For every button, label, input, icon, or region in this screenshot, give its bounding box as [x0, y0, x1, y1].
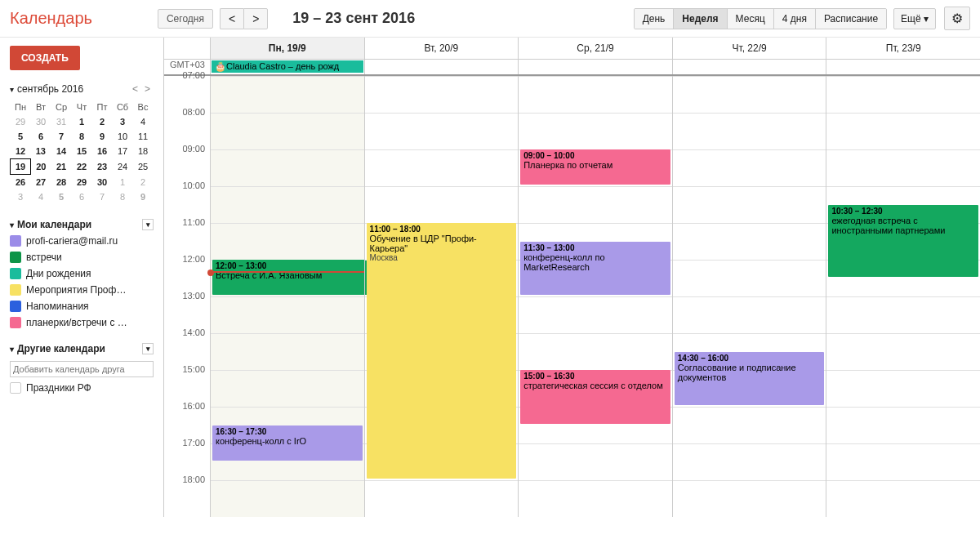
calendar-event[interactable]: 09:00 – 10:00Планерка по отчетам [520, 149, 670, 185]
view-tab-1[interactable]: Неделя [674, 9, 727, 29]
mini-cal-day[interactable]: 9 [133, 189, 154, 204]
mini-cal-day[interactable]: 4 [31, 189, 51, 204]
mini-cal-next-button[interactable]: > [141, 83, 154, 95]
today-button[interactable]: Сегодня [158, 9, 213, 29]
day-header[interactable]: Чт, 22/9 [672, 38, 826, 59]
mini-cal-day[interactable]: 25 [133, 159, 154, 175]
mini-cal-day[interactable]: 19 [11, 159, 31, 175]
mini-cal-day[interactable]: 18 [133, 144, 154, 159]
more-button[interactable]: Ещё ▾ [893, 8, 936, 29]
allday-cell[interactable]: 🎂Claudia Castro – день рожд [210, 60, 364, 74]
mini-cal-day[interactable]: 26 [11, 175, 31, 190]
mini-cal-day[interactable]: 31 [51, 114, 72, 129]
day-header[interactable]: Пн, 19/9 [210, 38, 364, 59]
day-column[interactable]: 14:30 – 16:00Согласование и подписание д… [672, 76, 826, 517]
mini-cal-month-label: сентябрь 2016 [17, 83, 129, 95]
mini-cal-dow: Пт [92, 100, 113, 114]
mini-cal-day[interactable]: 28 [51, 175, 72, 190]
mini-cal-day[interactable]: 1 [113, 175, 133, 190]
event-time: 14:30 – 16:00 [678, 354, 822, 363]
mini-cal-day[interactable]: 29 [72, 175, 92, 190]
calendar-item[interactable]: Дни рождения [10, 268, 154, 279]
mini-cal-day[interactable]: 16 [92, 144, 113, 159]
mini-cal-day[interactable]: 30 [92, 175, 113, 190]
mini-cal-day[interactable]: 12 [11, 144, 31, 159]
mini-cal-day[interactable]: 24 [113, 159, 133, 175]
mini-cal-prev-button[interactable]: < [129, 83, 141, 95]
my-cals-collapse-icon[interactable] [10, 219, 14, 230]
mini-cal-day[interactable]: 2 [92, 114, 113, 129]
settings-gear-icon[interactable]: ⚙ [944, 7, 970, 30]
mini-cal-day[interactable]: 6 [72, 189, 92, 204]
calendar-item[interactable]: Мероприятия Проф… [10, 284, 154, 296]
mini-cal-day[interactable]: 27 [31, 175, 51, 190]
calendar-color-swatch [10, 235, 21, 247]
mini-cal-day[interactable]: 29 [11, 114, 31, 129]
mini-cal-collapse-icon[interactable] [10, 83, 14, 95]
day-column[interactable]: 12:00 – 13:00Встреча с И.А. Язановым16:3… [210, 76, 364, 517]
mini-cal-day[interactable]: 5 [51, 189, 72, 204]
view-tab-2[interactable]: Месяц [728, 9, 774, 29]
mini-cal-day[interactable]: 5 [11, 129, 31, 144]
app-logo[interactable]: Календарь [10, 9, 92, 28]
mini-cal-day[interactable]: 6 [31, 129, 51, 144]
day-header[interactable]: Ср, 21/9 [518, 38, 672, 59]
allday-cell[interactable] [826, 60, 980, 74]
hour-label: 12:00 [164, 254, 210, 291]
mini-cal-day[interactable]: 3 [11, 189, 31, 204]
allday-cell[interactable] [364, 60, 519, 74]
mini-cal-day[interactable]: 8 [72, 129, 92, 144]
calendar-event[interactable]: 15:00 – 16:30стратегическая сессия с отд… [520, 370, 670, 424]
allday-cell[interactable] [518, 60, 672, 74]
event-time: 16:30 – 17:30 [216, 427, 359, 436]
day-header[interactable]: Пт, 23/9 [826, 38, 980, 59]
allday-cell[interactable] [672, 60, 826, 74]
other-cals-menu-button[interactable]: ▾ [142, 343, 154, 354]
other-cals-collapse-icon[interactable] [10, 343, 14, 354]
mini-cal-day[interactable]: 11 [133, 129, 154, 144]
mini-cal-day[interactable]: 21 [51, 159, 72, 175]
calendar-event[interactable]: 11:30 – 13:00конференц-колл по MarketRes… [520, 242, 670, 296]
calendar-item[interactable]: profi-cariera@mail.ru [10, 235, 154, 247]
mini-cal-day[interactable]: 7 [51, 129, 72, 144]
mini-cal-day[interactable]: 8 [113, 189, 133, 204]
my-cals-menu-button[interactable]: ▾ [142, 219, 154, 230]
mini-cal-day[interactable]: 17 [113, 144, 133, 159]
calendar-item[interactable]: планерки/встречи с … [10, 317, 154, 328]
mini-cal-day[interactable]: 3 [113, 114, 133, 129]
mini-cal-day[interactable]: 22 [72, 159, 92, 175]
mini-cal-day[interactable]: 13 [31, 144, 51, 159]
calendar-item[interactable]: Напоминания [10, 301, 154, 312]
calendar-item[interactable]: встречи [10, 252, 154, 263]
mini-cal-day[interactable]: 30 [31, 114, 51, 129]
calendar-event[interactable]: 10:30 – 12:30ежегодная встреча с иностра… [828, 205, 978, 277]
mini-cal-day[interactable]: 9 [92, 129, 113, 144]
day-column[interactable]: 11:00 – 18:00Обучение в ЦДР "Профи-Карье… [364, 76, 519, 517]
day-column[interactable]: 09:00 – 10:00Планерка по отчетам11:30 – … [518, 76, 672, 517]
mini-cal-day[interactable]: 15 [72, 144, 92, 159]
mini-cal-dow: Вт [31, 100, 51, 114]
mini-cal-day[interactable]: 23 [92, 159, 113, 175]
view-tab-4[interactable]: Расписание [816, 9, 886, 29]
prev-period-button[interactable]: < [220, 8, 243, 29]
calendar-item[interactable]: Праздники РФ [10, 382, 154, 394]
mini-cal-day[interactable]: 20 [31, 159, 51, 175]
add-friend-calendar-input[interactable] [10, 361, 154, 377]
calendar-event[interactable]: 14:30 – 16:00Согласование и подписание д… [675, 352, 825, 406]
view-tab-0[interactable]: День [635, 9, 675, 29]
calendar-event[interactable]: 16:30 – 17:30конференц-колл с IrO [212, 425, 363, 461]
calendar-label: встречи [26, 252, 62, 263]
calendar-event[interactable]: 11:00 – 18:00Обучение в ЦДР "Профи-Карье… [367, 223, 517, 479]
mini-cal-day[interactable]: 7 [92, 189, 113, 204]
mini-cal-day[interactable]: 4 [133, 114, 154, 129]
view-tab-3[interactable]: 4 дня [774, 9, 816, 29]
mini-cal-day[interactable]: 14 [51, 144, 72, 159]
day-column[interactable]: 10:30 – 12:30ежегодная встреча с иностра… [826, 76, 980, 517]
mini-cal-day[interactable]: 10 [113, 129, 133, 144]
mini-cal-day[interactable]: 2 [133, 175, 154, 190]
mini-cal-day[interactable]: 1 [72, 114, 92, 129]
allday-event[interactable]: 🎂Claudia Castro – день рожд [212, 60, 363, 73]
next-period-button[interactable]: > [243, 8, 268, 29]
create-button[interactable]: СОЗДАТЬ [10, 46, 80, 70]
day-header[interactable]: Вт, 20/9 [364, 38, 519, 59]
